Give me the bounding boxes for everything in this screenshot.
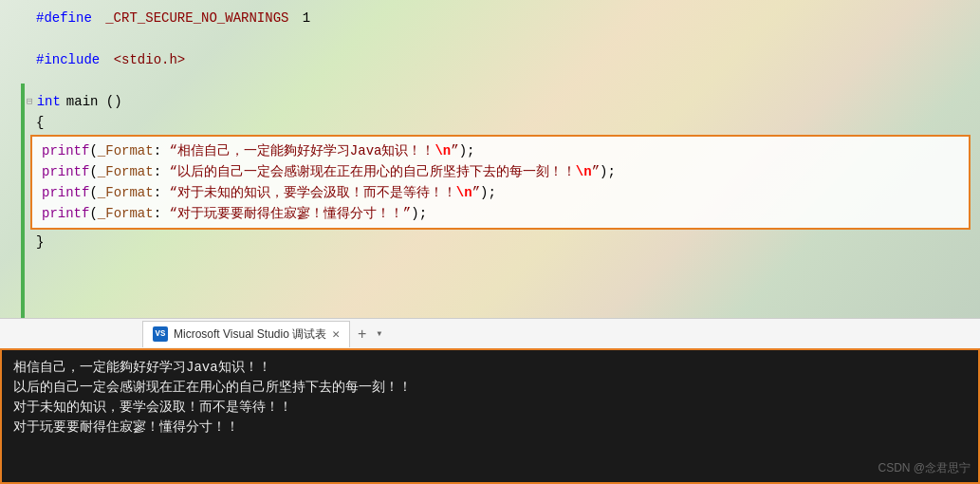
escape-2: \n	[576, 164, 592, 179]
code-line-1: #define _CRT_SECURE_NO_WARNINGS 1	[0, 8, 980, 28]
format-param-3: _Format	[98, 185, 154, 200]
format-param-4: _Format	[98, 206, 154, 221]
code-content: #define _CRT_SECURE_NO_WARNINGS 1 #inclu…	[0, 0, 980, 252]
brace-close: }	[36, 234, 44, 250]
tab-chevron-icon[interactable]: ▾	[372, 326, 386, 341]
escape-1: \n	[435, 143, 451, 158]
code-line-4	[0, 70, 980, 91]
str-close-1: ”	[451, 143, 458, 158]
vs-icon: VS	[153, 326, 168, 342]
escape-3: \n	[456, 185, 472, 200]
code-editor: #define _CRT_SECURE_NO_WARNINGS 1 #inclu…	[0, 0, 980, 337]
brace-open: {	[36, 115, 44, 130]
output-line-1: 相信自己，一定能夠好好学习Java知识！！	[13, 358, 967, 378]
tab-add-button[interactable]: +	[352, 326, 372, 343]
code-line-5: ⊟ int main ()	[0, 91, 980, 112]
printf-line-4: printf(_Format: “对于玩要要耐得住寂寥！懂得分寸！！”);	[38, 203, 959, 224]
highlight-box: printf(_Format: “相信自己，一定能夠好好学习Java知识！！\n…	[30, 135, 971, 230]
printf-keyword-1: printf	[42, 143, 89, 158]
printf-line-2: printf(_Format: “以后的自己一定会感谢现在正在用心的自己所坚持下…	[38, 161, 959, 182]
code-line-2	[0, 28, 980, 49]
printf-keyword-3: printf	[42, 185, 89, 200]
output-line-2: 以后的自己一定会感谢现在正在用心的自己所坚持下去的每一刻！！	[13, 378, 967, 398]
keyword-define: #define	[36, 10, 92, 26]
code-line-close: }	[0, 232, 980, 252]
watermark: CSDN @念君思宁	[878, 460, 971, 476]
terminal-tab[interactable]: VS Microsoft Visual Studio 调试表 ✕	[142, 321, 350, 347]
terminal-tabs: VS Microsoft Visual Studio 调试表 ✕ + ▾	[0, 318, 980, 348]
macro-name: _CRT_SECURE_NO_WARNINGS	[105, 10, 288, 26]
printf-keyword-4: printf	[42, 206, 89, 221]
str-2: “以后的自己一定会感谢现在正在用心的自己所坚持下去的每一刻！！	[169, 164, 575, 179]
output-line-4: 对于玩要要耐得住寂寥！懂得分寸！！	[13, 418, 967, 437]
keyword-include: #include	[36, 52, 100, 67]
printf-keyword-2: printf	[42, 164, 89, 179]
printf-line-1: printf(_Format: “相信自己，一定能夠好好学习Java知识！！\n…	[38, 140, 959, 161]
collapse-icon: ⊟	[27, 91, 33, 112]
code-line-3: #include <stdio.h>	[0, 49, 980, 70]
str-3: “对于未知的知识，要学会汲取！而不是等待！！	[169, 185, 455, 200]
str-close-3: ”	[472, 185, 480, 200]
format-param-2: _Format	[98, 164, 154, 179]
keyword-int: int	[37, 91, 61, 112]
str-4: “对于玩要要耐得住寂寥！懂得分寸！！”	[169, 206, 411, 221]
format-param-1: _Format	[98, 143, 154, 158]
macro-value: 1	[303, 10, 310, 26]
terminal-output: 相信自己，一定能夠好好学习Java知识！！ 以后的自己一定会感谢现在正在用心的自…	[0, 348, 980, 484]
tab-close-button[interactable]: ✕	[332, 326, 340, 342]
printf-line-3: printf(_Format: “对于未知的知识，要学会汲取！而不是等待！！\n…	[38, 182, 959, 203]
terminal-area: VS Microsoft Visual Studio 调试表 ✕ + ▾ 相信自…	[0, 318, 980, 484]
header-file: <stdio.h>	[114, 52, 186, 67]
code-line-6: {	[0, 112, 980, 133]
str-1: “相信自己，一定能夠好好学习Java知识！！	[169, 143, 435, 158]
output-line-3: 对于未知的知识，要学会汲取！而不是等待！！	[13, 398, 967, 418]
func-main: main ()	[66, 91, 122, 112]
str-close-2: ”	[592, 164, 600, 179]
tab-label: Microsoft Visual Studio 调试表	[174, 326, 326, 343]
